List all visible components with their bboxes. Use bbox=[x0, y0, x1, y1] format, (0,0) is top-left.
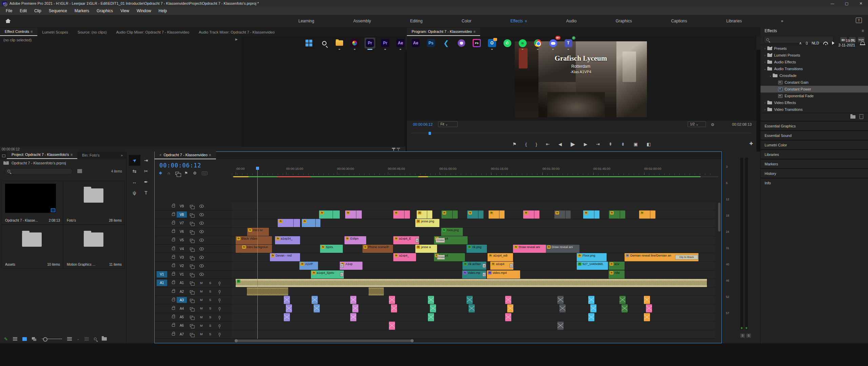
mute-button[interactable]: M bbox=[200, 281, 203, 285]
track-output-eye-icon[interactable] bbox=[199, 273, 204, 276]
clip-v8[interactable]: fx bbox=[345, 210, 362, 219]
clip-v8[interactable]: fx bbox=[609, 210, 625, 219]
audio-clip-small[interactable] bbox=[507, 304, 513, 312]
panel-menu-icon[interactable]: ≡ bbox=[862, 28, 864, 33]
track-lock-icon[interactable] bbox=[172, 248, 175, 250]
audio-clip-small[interactable] bbox=[286, 304, 292, 312]
audio-clip-small[interactable] bbox=[389, 322, 395, 330]
taskbar-icon-photoshop[interactable]: Ps bbox=[426, 38, 436, 48]
audio-clip-small[interactable] bbox=[644, 296, 650, 304]
track-header-v9[interactable]: V9 bbox=[155, 202, 232, 210]
pen-tool[interactable]: ✒ bbox=[140, 177, 152, 187]
audio-clip-small[interactable] bbox=[467, 296, 473, 304]
panel-menu-icon[interactable]: ≡ bbox=[71, 152, 73, 157]
effects-tree-item-constant-gain[interactable]: Constant Gain bbox=[761, 79, 868, 86]
chevron-icon[interactable]: › bbox=[763, 61, 767, 64]
track-name-v7[interactable]: V7 bbox=[177, 220, 187, 226]
effects-tree-item-audio-effects[interactable]: ›Audio Effects bbox=[761, 59, 868, 65]
solo-button[interactable]: S bbox=[209, 316, 211, 319]
effects-tree-item-constant-power[interactable]: Constant Power bbox=[761, 86, 868, 93]
taskbar-icon-windows-search[interactable] bbox=[319, 38, 330, 48]
track-name-v1[interactable]: V1 bbox=[177, 271, 187, 278]
program-scrub-bar[interactable] bbox=[412, 133, 751, 136]
sync-lock-icon[interactable] bbox=[190, 324, 193, 327]
track-header-a5[interactable]: A5MS bbox=[155, 313, 232, 322]
panel-tab-history[interactable]: History bbox=[761, 168, 868, 178]
clip-jesse-png[interactable]: fxjesse.png bbox=[415, 219, 439, 227]
maximize-icon[interactable]: ▢ bbox=[840, 1, 854, 6]
sync-lock-icon[interactable] bbox=[190, 273, 193, 276]
track-header-a2[interactable]: A2MS bbox=[155, 287, 232, 296]
track-lane-v6[interactable] bbox=[232, 228, 715, 236]
clip-demian-reveal-line-demian-an[interactable]: fxDemian reveal line/Demian anDip to Bla… bbox=[625, 253, 698, 261]
tab-audio-track-mixer[interactable]: Audio Track Mixer: Opdracht 7 - Klassenv… bbox=[194, 28, 279, 36]
mic-status-icon[interactable] bbox=[806, 42, 808, 45]
clip-a1vp4-[interactable]: fxa1vp4_ bbox=[393, 253, 416, 261]
track-name-a3[interactable]: A3 bbox=[177, 297, 187, 303]
voiceover-record-mic-icon[interactable] bbox=[219, 299, 220, 301]
project-tabs-overflow-icon[interactable]: » bbox=[117, 151, 126, 159]
export-frame-button[interactable]: ▣ bbox=[634, 142, 638, 147]
timeline-timecode[interactable]: 00:00:06:12 bbox=[159, 162, 201, 169]
track-name-a1[interactable]: A1 bbox=[177, 280, 187, 286]
linked-selection-icon[interactable] bbox=[175, 172, 179, 175]
clip-sjors-[interactable]: fxSjors. bbox=[320, 245, 343, 253]
automate-to-sequence-icon[interactable] bbox=[84, 337, 89, 341]
audio-clip-small[interactable] bbox=[557, 296, 564, 304]
mute-button[interactable]: M bbox=[200, 316, 203, 319]
comparison-view-button[interactable]: ◧ bbox=[647, 142, 651, 147]
hand-tool[interactable]: ψ bbox=[129, 187, 140, 198]
audio-clip-small[interactable] bbox=[284, 296, 290, 304]
clip-a1[interactable]: fx bbox=[236, 279, 707, 287]
clip-v8[interactable]: fx bbox=[523, 210, 539, 219]
clip-v8[interactable]: fx bbox=[393, 210, 410, 219]
clip-v8[interactable]: fx bbox=[319, 210, 340, 219]
sync-lock-icon[interactable] bbox=[190, 247, 193, 250]
clip-draw-reveal-ani[interactable]: fxDraw reveal ani bbox=[546, 245, 579, 253]
clip-a1vp4[interactable]: fxa1vp4Cross bbox=[434, 253, 465, 261]
lift-button[interactable]: ⇞ bbox=[609, 142, 612, 147]
track-output-eye-icon[interactable] bbox=[199, 264, 204, 267]
solo-left-button[interactable]: S bbox=[740, 333, 745, 338]
audio-clip-small[interactable] bbox=[590, 304, 596, 312]
track-output-eye-icon[interactable] bbox=[199, 205, 204, 208]
workspace-tab-color[interactable]: Color bbox=[461, 19, 471, 23]
sort-chevron-icon[interactable]: ⌄ bbox=[77, 338, 79, 341]
icon-view-icon[interactable] bbox=[22, 337, 27, 341]
clip-v8[interactable]: fx bbox=[554, 210, 571, 219]
panel-menu-icon[interactable]: ≡ bbox=[31, 29, 33, 34]
audio-clip-small[interactable] bbox=[505, 313, 511, 321]
tab-lumetri-scopes[interactable]: Lumetri Scopes bbox=[37, 28, 73, 36]
chevron-icon[interactable]: ⌄ bbox=[763, 67, 767, 70]
notification-bell-icon[interactable] bbox=[861, 41, 865, 45]
voiceover-record-mic-icon[interactable] bbox=[219, 307, 220, 310]
taskbar-icon-discord[interactable]: 9+ bbox=[548, 38, 558, 48]
clip-video-mp[interactable]: fxvideo.mpC bbox=[462, 270, 486, 279]
workspace-overflow-icon[interactable]: » bbox=[781, 19, 783, 23]
clip-527-1440x960-[interactable]: fx527_1440x960. bbox=[577, 262, 608, 270]
panel-tab-info[interactable]: Info bbox=[761, 178, 868, 187]
track-output-eye-icon[interactable] bbox=[199, 230, 204, 233]
audio-clip-small[interactable] bbox=[284, 313, 290, 321]
track-output-eye-icon[interactable] bbox=[199, 256, 204, 259]
taskbar-icon-premiere-pro[interactable]: Pr bbox=[364, 38, 375, 48]
track-name-v6[interactable]: V6 bbox=[177, 229, 187, 235]
clip-devan-red[interactable]: fxDevan - red bbox=[270, 253, 300, 261]
track-name-v5[interactable]: V5 bbox=[177, 237, 187, 243]
taskbar-clock[interactable]: 19:26 2-11-2021 bbox=[839, 39, 855, 47]
wifi-icon[interactable] bbox=[823, 42, 828, 44]
voiceover-record-mic-icon[interactable] bbox=[219, 316, 220, 319]
track-header-v7[interactable]: V7 bbox=[155, 219, 232, 227]
clip-afte[interactable]: fxAfte bbox=[609, 270, 625, 279]
export-share-icon[interactable]: ⇧ bbox=[856, 18, 862, 23]
transition-cross[interactable]: Cross bbox=[437, 255, 445, 260]
audio-clip-small[interactable] bbox=[559, 304, 566, 312]
workspace-tab-graphics[interactable]: Graphics bbox=[616, 19, 632, 23]
track-header-a7[interactable]: A7MS bbox=[155, 330, 232, 339]
minimize-icon[interactable]: — bbox=[825, 1, 840, 6]
sync-lock-icon[interactable] bbox=[190, 222, 193, 224]
workspace-tab-editing[interactable]: Editing bbox=[410, 19, 422, 23]
list-view-icon[interactable] bbox=[13, 337, 17, 341]
source-patch-v1[interactable]: V1 bbox=[157, 271, 167, 278]
new-custom-bin-icon[interactable] bbox=[850, 115, 855, 119]
